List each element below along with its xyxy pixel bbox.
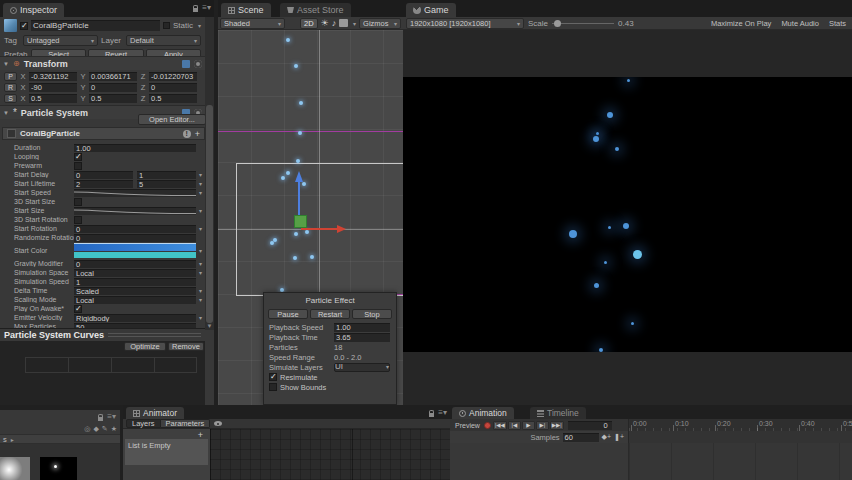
open-editor-button[interactable]: Open Editor...: [138, 114, 206, 125]
simulate-layers-dropdown[interactable]: UI▾: [334, 363, 390, 372]
remove-button[interactable]: Remove: [168, 342, 204, 351]
row-dropdown-arrow-icon[interactable]: ▾: [196, 287, 205, 294]
thumbnail-slider-icon[interactable]: ◎: [84, 425, 90, 433]
transform-value-field[interactable]: 0.00366171: [89, 72, 137, 81]
transform-badge[interactable]: R: [4, 83, 17, 92]
scene-audio-icon[interactable]: ♪: [332, 18, 337, 28]
value-field[interactable]: 0: [74, 225, 196, 233]
gradient-field[interactable]: [74, 243, 196, 258]
transform-badge[interactable]: S: [4, 94, 17, 103]
transform-value-field[interactable]: -0.3261192: [29, 72, 77, 81]
row-dropdown-arrow-icon[interactable]: ▾: [196, 189, 205, 196]
checkbox[interactable]: [269, 383, 277, 391]
row-dropdown-arrow-icon[interactable]: ▾: [196, 180, 205, 187]
stop-button[interactable]: Stop: [352, 309, 392, 319]
foldout-arrow-icon[interactable]: ▼: [3, 110, 9, 116]
add-keyframe-icon[interactable]: ◆+: [602, 433, 611, 441]
value-field-min[interactable]: 2: [74, 180, 133, 188]
tab-inspector[interactable]: Inspector: [3, 3, 64, 17]
lock-icon[interactable]: [98, 417, 103, 421]
transform-value-field[interactable]: 0.5: [89, 94, 137, 103]
tab-timeline[interactable]: Timeline: [530, 407, 586, 419]
eye-icon[interactable]: [214, 421, 222, 426]
gizmos-dropdown[interactable]: Gizmos ▾: [359, 18, 401, 29]
y-axis-arrow-icon[interactable]: [295, 171, 303, 182]
enum-dropdown[interactable]: Local: [74, 269, 196, 277]
animation-dopesheet[interactable]: [628, 443, 852, 480]
value-field-max[interactable]: 1: [137, 171, 196, 179]
row-dropdown-arrow-icon[interactable]: ▾: [196, 171, 205, 178]
row-dropdown-arrow-icon[interactable]: ▾: [196, 225, 205, 232]
timeline-ruler[interactable]: 0:000:100:200:300:400:50: [628, 419, 852, 431]
move-tool-center-handle[interactable]: [294, 215, 307, 228]
next-frame-button[interactable]: ▶|: [536, 421, 549, 430]
checkbox[interactable]: ✓: [269, 373, 277, 381]
record-button-icon[interactable]: [484, 422, 491, 429]
row-dropdown-arrow-icon[interactable]: ▾: [196, 296, 205, 303]
effect-value-field[interactable]: 1.00: [334, 323, 390, 332]
last-frame-button[interactable]: ▶▶|: [550, 421, 564, 430]
checkbox[interactable]: [74, 198, 82, 206]
2d-toggle-button[interactable]: 2D: [300, 18, 318, 29]
animation-property-list[interactable]: [450, 443, 628, 480]
scale-slider-knob[interactable]: [554, 20, 561, 27]
curves-header[interactable]: Particle System Curves: [0, 328, 205, 341]
checkbox[interactable]: ✓: [74, 305, 82, 313]
drag-grip-icon[interactable]: [108, 333, 201, 338]
value-field[interactable]: 1.00: [74, 144, 196, 152]
restart-button[interactable]: Restart: [310, 309, 350, 319]
tab-animator[interactable]: Animator: [126, 407, 184, 419]
transform-value-field[interactable]: 0.5: [149, 94, 197, 103]
row-dropdown-arrow-icon[interactable]: ▾: [196, 260, 205, 267]
curves-editor[interactable]: [25, 357, 197, 373]
checkbox[interactable]: [74, 162, 82, 170]
lock-icon[interactable]: [429, 413, 434, 417]
shading-mode-dropdown[interactable]: Shaded ▾: [220, 18, 285, 29]
effects-dropdown-icon[interactable]: ▾: [351, 20, 356, 27]
foldout-arrow-icon[interactable]: ▼: [3, 61, 9, 67]
value-field-min[interactable]: 0: [74, 171, 133, 179]
samples-field[interactable]: 60: [563, 433, 599, 442]
static-dropdown-icon[interactable]: ▾: [196, 22, 201, 29]
optimize-button[interactable]: Optimize: [124, 342, 166, 351]
particle-module-header[interactable]: CoralBgParticle ! +: [2, 127, 205, 140]
transform-header[interactable]: ▼ ⊕ Transform: [0, 56, 205, 70]
effect-value-field[interactable]: 3.65: [334, 333, 390, 342]
pane-menu-icon[interactable]: ≡▾: [107, 413, 116, 421]
pane-menu-icon[interactable]: ≡▾: [438, 409, 447, 417]
value-field[interactable]: 0: [74, 260, 196, 268]
checkbox[interactable]: [74, 216, 82, 224]
active-checkbox[interactable]: ✓: [20, 22, 28, 30]
collab-icon[interactable]: ◆: [93, 425, 98, 433]
transform-value-field[interactable]: -0.01220703: [149, 72, 197, 81]
tab-animation[interactable]: Animation: [452, 407, 514, 419]
scale-slider[interactable]: [552, 23, 614, 24]
scrollbar-thumb[interactable]: [206, 105, 213, 323]
pane-menu-icon[interactable]: ≡▾: [202, 4, 211, 12]
x-axis-gizmo[interactable]: [301, 228, 337, 230]
resolution-dropdown[interactable]: 1920x1080 [1920x1080] ▾: [406, 18, 524, 29]
row-dropdown-arrow-icon[interactable]: ▾: [196, 207, 205, 214]
preview-toggle-button[interactable]: Preview: [453, 422, 482, 429]
lock-icon[interactable]: [193, 8, 198, 12]
tag-dropdown[interactable]: Untagged ▾: [23, 35, 98, 46]
current-frame-field[interactable]: 0: [568, 421, 612, 430]
checkbox[interactable]: ✓: [74, 153, 82, 161]
pause-button[interactable]: Pause: [268, 309, 308, 319]
animator-graph-area[interactable]: [210, 429, 450, 480]
static-checkbox[interactable]: [163, 22, 170, 29]
row-dropdown-arrow-icon[interactable]: ▾: [196, 247, 205, 254]
curve-field[interactable]: [74, 207, 196, 215]
scroll-down-icon[interactable]: ▼: [205, 323, 214, 329]
play-button[interactable]: ▶: [522, 421, 535, 430]
mute-audio-button[interactable]: Mute Audio: [778, 19, 822, 28]
maximize-on-play-button[interactable]: Maximize On Play: [708, 19, 774, 28]
value-field[interactable]: 1: [74, 278, 196, 286]
value-field[interactable]: 0: [74, 234, 196, 242]
scene-lighting-icon[interactable]: ☀: [321, 18, 329, 28]
module-fold-icon[interactable]: [7, 129, 16, 138]
tab-asset-store[interactable]: Asset Store: [280, 3, 351, 17]
enum-dropdown[interactable]: Rigidbody: [74, 314, 196, 322]
gear-icon[interactable]: [194, 60, 202, 68]
layer-dropdown[interactable]: Default ▾: [126, 35, 201, 46]
